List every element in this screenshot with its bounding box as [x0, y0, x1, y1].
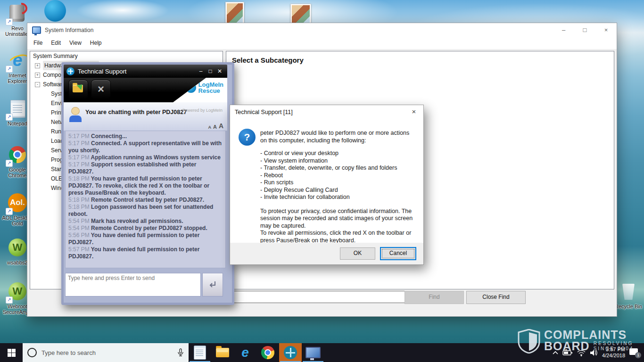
- expander-icon[interactable]: -: [35, 82, 40, 87]
- microphone-icon[interactable]: [177, 348, 184, 357]
- file-transfer-button[interactable]: [68, 80, 88, 99]
- speaker-icon[interactable]: [590, 349, 598, 356]
- logmein-rescue-logo: LogMeInRescue: [183, 82, 223, 94]
- cancel-button[interactable]: Cancel: [380, 247, 416, 260]
- expander-icon[interactable]: +: [35, 73, 40, 78]
- chat-message: 5:54 PM Remote Control by peter PDJ0827 …: [68, 225, 223, 232]
- chat-message: 5:57 PM You have denied full permission …: [68, 246, 223, 260]
- shortcut-arrow-icon: [6, 18, 13, 25]
- system-information-icon: [305, 347, 321, 358]
- taskbar-app-system-information[interactable]: [302, 343, 324, 362]
- dialog-intro-text: peter PDJ0827 would like to perform one …: [260, 130, 417, 144]
- dialog-action-list: - Control or view your desktop- View sys…: [260, 150, 417, 201]
- taskbar-app-notepad[interactable]: [189, 343, 211, 362]
- dialog-body: peter PDJ0827 would like to perform one …: [260, 130, 417, 252]
- taskbar-app-logmein-rescue[interactable]: [279, 343, 302, 362]
- logmein-rescue-desktop-icon[interactable]: [44, 0, 66, 22]
- shortcut-arrow-icon: [6, 114, 13, 121]
- chat-titlebar[interactable]: Technical Support – □ ✕: [64, 65, 227, 78]
- shortcut-arrow-icon: [6, 208, 13, 215]
- chat-log[interactable]: 5:17 PM Connecting...5:17 PM Connected. …: [65, 131, 226, 268]
- internet-explorer-icon: e: [7, 51, 28, 72]
- chat-message-time: 5:17 PM: [68, 133, 90, 140]
- taskbar-clock[interactable]: 3:57 PM 4/24/2018: [602, 346, 625, 359]
- font-size-button[interactable]: A: [213, 124, 217, 130]
- maximize-icon[interactable]: □: [574, 23, 595, 37]
- notepad-icon: [7, 99, 28, 120]
- dialog-action-item: - Deploy Rescue Calling Card: [260, 187, 417, 194]
- notepad-icon: [194, 346, 206, 360]
- webroot-icon: [7, 238, 28, 259]
- chat-message-text: Connecting...: [90, 133, 127, 140]
- chat-message: 5:17 PM Connecting...: [68, 133, 223, 140]
- enter-arrow-icon: [208, 280, 217, 289]
- action-center-button[interactable]: 1: [629, 347, 640, 358]
- dialog-titlebar[interactable]: Technical Support [11] ×: [230, 105, 423, 119]
- chat-message-time: 5:18 PM: [68, 197, 90, 203]
- maximize-icon[interactable]: □: [206, 68, 215, 74]
- menu-edit[interactable]: Edit: [47, 37, 65, 49]
- taskbar-app-internet-explorer[interactable]: e: [234, 343, 256, 362]
- font-size-button[interactable]: A: [219, 122, 223, 130]
- minimize-icon[interactable]: –: [196, 68, 206, 74]
- chat-message-input[interactable]: [65, 273, 201, 296]
- font-size-button[interactable]: A: [208, 125, 211, 130]
- taskbar-app-chrome[interactable]: [256, 343, 279, 362]
- chat-message: 5:17 PM Connected. A support representat…: [68, 140, 223, 154]
- chat-message-text: Logon password has been set for unattend…: [68, 204, 213, 217]
- chat-message-text: Application running as Windows system se…: [90, 154, 221, 161]
- start-button[interactable]: [0, 343, 23, 362]
- search-placeholder: Type here to search: [41, 349, 177, 356]
- menu-view[interactable]: View: [65, 37, 86, 49]
- close-icon[interactable]: ×: [409, 107, 419, 115]
- chat-message: 5:56 PM You have denied full permission …: [68, 232, 223, 246]
- webroot-icon: [7, 282, 28, 303]
- chat-status-text: You are chatting with peter PDJ0827: [85, 109, 187, 115]
- ok-button[interactable]: OK: [340, 247, 375, 260]
- chat-message-time: 5:17 PM: [68, 161, 90, 168]
- font-size-buttons: AAA: [206, 122, 223, 130]
- window-title: System Information: [45, 27, 93, 33]
- close-icon[interactable]: ✕: [215, 68, 224, 74]
- menubar: FileEditViewHelp: [27, 37, 617, 49]
- chat-message: 5:17 PM Application running as Windows s…: [68, 154, 223, 161]
- revo-uninstaller-icon: [7, 4, 28, 25]
- chat-message-text: Remote Control started by peter PDJ0827.: [90, 197, 204, 203]
- minimize-icon[interactable]: –: [553, 23, 574, 37]
- clock-time: 3:57 PM: [602, 346, 625, 353]
- close-icon[interactable]: ×: [595, 23, 617, 37]
- chat-message-time: 5:18 PM: [68, 204, 90, 210]
- cortana-icon: [27, 348, 37, 357]
- internet-explorer-icon: e: [241, 346, 249, 359]
- send-message-button[interactable]: [202, 273, 223, 296]
- chat-message-text: You have granted full permission to pete…: [68, 175, 209, 196]
- chat-window-title: Technical Support: [78, 68, 126, 75]
- expander-icon[interactable]: +: [35, 63, 40, 68]
- dialog-privacy-line: To revoke all permissions, click the red…: [260, 230, 417, 244]
- chat-toolbar: × LogMeInRescue: [64, 78, 227, 102]
- desktop-icon-label: Recycle Bin: [613, 304, 644, 309]
- system-information-app-icon: [32, 26, 41, 34]
- taskbar-search[interactable]: Type here to search: [23, 343, 189, 362]
- send-file-icon: [73, 85, 83, 92]
- chat-message-time: 5:57 PM: [68, 246, 90, 253]
- menu-help[interactable]: Help: [86, 37, 106, 49]
- logmein-rescue-icon: [66, 67, 74, 75]
- dialog-action-item: - Reboot: [260, 172, 417, 180]
- clock-date: 4/24/2018: [602, 353, 625, 359]
- find-button[interactable]: Find: [405, 291, 464, 304]
- close-find-button[interactable]: Close Find: [466, 291, 526, 304]
- shortcut-arrow-icon: [6, 66, 13, 73]
- taskbar-app-file-explorer[interactable]: [211, 343, 234, 362]
- revoke-permissions-button[interactable]: ×: [91, 80, 111, 99]
- chat-message-text: Remote Control by peter PDJ0827 stopped.: [90, 225, 207, 231]
- desktop-icon-recycle-bin[interactable]: Recycle Bin: [613, 282, 644, 309]
- taskbar: Type here to search e: [0, 343, 644, 362]
- menu-file[interactable]: File: [29, 37, 47, 49]
- wifi-icon[interactable]: [577, 349, 586, 356]
- chevron-up-icon[interactable]: [552, 350, 559, 355]
- find-input[interactable]: [231, 291, 407, 303]
- tree-item-system-summary[interactable]: System Summary: [30, 51, 223, 61]
- system-information-titlebar[interactable]: System Information – □ ×: [27, 23, 617, 37]
- battery-icon[interactable]: [562, 349, 573, 356]
